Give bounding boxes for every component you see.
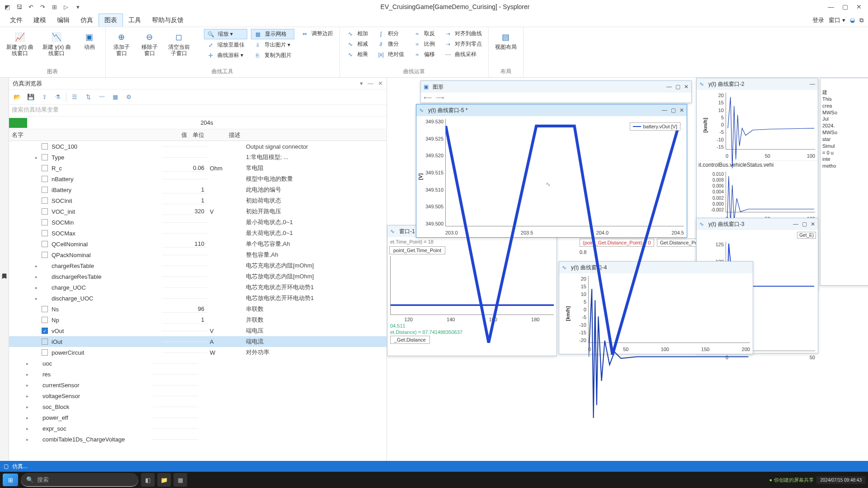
zoom-button[interactable]: 🔍缩放 ▾	[204, 29, 247, 39]
op-negate[interactable]: ≈取反	[410, 29, 438, 38]
save-icon[interactable]: 🖫	[14, 2, 24, 11]
play-icon[interactable]: ▷	[61, 2, 71, 11]
variable-row[interactable]: ▸currentSensor	[9, 380, 387, 390]
variable-row[interactable]: QCellNominal110单个电芯容量,Ah	[9, 239, 387, 249]
op-mul[interactable]: ∿相乘	[344, 50, 371, 59]
adjust-edge-button[interactable]: ⇔调整边距	[298, 29, 336, 38]
col-value[interactable]: 值	[145, 129, 190, 141]
plot-area[interactable]	[726, 93, 815, 150]
browser-close-icon[interactable]: ✕	[378, 80, 383, 87]
min-icon[interactable]: —	[662, 107, 667, 113]
maximize-icon[interactable]: ▢	[842, 3, 848, 10]
start-button[interactable]: ⊞	[3, 474, 18, 486]
op-align-zero[interactable]: ⇢对齐到零点	[441, 39, 485, 49]
explorer-icon[interactable]: 📁	[157, 473, 171, 487]
grid-icon[interactable]: ⊞	[50, 2, 59, 11]
variable-row[interactable]: iBattery1此电池的编号	[9, 184, 387, 195]
max-icon[interactable]: ▢	[675, 84, 680, 90]
play-dropdown-icon[interactable]: ▾	[73, 2, 82, 11]
variable-row[interactable]: iOutA端电流	[9, 336, 387, 347]
op-diff[interactable]: ∂微分	[374, 39, 407, 49]
new-yt-window-button[interactable]: 📈新建 y(t) 曲 线窗口	[4, 29, 36, 59]
variable-row[interactable]: SOC_100Output signal connector	[9, 141, 387, 152]
variable-row[interactable]: ▸Type1:常电阻模型; ...	[9, 152, 387, 163]
tool-open-icon[interactable]: 📂	[12, 92, 23, 103]
op-integral[interactable]: ∫积分	[374, 29, 407, 38]
variable-row[interactable]: ▸expr_soc	[9, 423, 387, 434]
sidebar-tab[interactable]: 仿真浏览器	[0, 78, 9, 461]
menu-edit[interactable]: 编辑	[52, 14, 75, 27]
clear-subwindow-button[interactable]: ◻清空当前 子窗口	[165, 29, 193, 59]
variable-row[interactable]: ▸res	[9, 369, 387, 380]
zoom-fit-button[interactable]: ⤢缩放至最佳	[204, 40, 247, 50]
variable-row[interactable]: Ns96串联数	[9, 304, 387, 314]
screencap-indicator[interactable]: ● 你创建的屏幕共享	[769, 477, 814, 483]
window-menu[interactable]: 窗口 ▾	[829, 16, 845, 24]
variable-row[interactable]: QPackNominal整包容量,Ah	[9, 249, 387, 260]
taskbar-clock[interactable]: 2024/07/15 09:48:43	[816, 476, 865, 484]
op-sample[interactable]: ⋯曲线采样	[441, 50, 485, 59]
max-icon[interactable]: ▢	[671, 107, 676, 113]
variable-row[interactable]: ▸discharge_UOC电芯放电状态开环电动势1	[9, 293, 387, 304]
window-graphic[interactable]: ▣图形—▢✕ ⟵ ⟶	[420, 80, 692, 103]
browser-min-icon[interactable]: —	[368, 80, 373, 87]
close-icon[interactable]: ✕	[811, 221, 815, 227]
menu-sim[interactable]: 仿真	[75, 14, 99, 27]
menu-model[interactable]: 建模	[28, 14, 52, 27]
animation-button[interactable]: ▣动画	[77, 29, 102, 52]
browser-search[interactable]: 搜索仿真结果变量	[9, 105, 387, 117]
new-yx-window-button[interactable]: 📉新建 y(x) 曲 线窗口	[40, 29, 74, 59]
variable-row[interactable]: powerCircuitW对外功率	[9, 347, 387, 358]
variable-row[interactable]: SOCInit1初始荷电状态	[9, 195, 387, 206]
menu-file[interactable]: 文件	[5, 14, 28, 27]
variable-row[interactable]: ▸uoc	[9, 358, 387, 369]
plot-area[interactable]	[726, 172, 815, 212]
op-offset[interactable]: ≈偏移	[410, 50, 438, 59]
login-link[interactable]: 登录	[812, 16, 824, 24]
max-icon[interactable]: ▢	[802, 221, 807, 227]
col-unit[interactable]: 单位	[190, 129, 226, 141]
op-abs[interactable]: |x|绝对值	[374, 50, 407, 59]
plot-area[interactable]: battery.vOut [V] ∿	[445, 119, 684, 226]
tool-settings-icon[interactable]: ⚙	[123, 92, 134, 103]
browser-menu-icon[interactable]: ▾	[360, 80, 363, 87]
close-icon[interactable]: ✕	[684, 84, 689, 90]
nav-back-icon[interactable]: ⟵	[424, 94, 432, 101]
variable-row[interactable]: ▸soc_Block	[9, 401, 387, 412]
tool-chart-icon[interactable]: 〰	[96, 92, 107, 103]
variable-row[interactable]: SOCMin最小荷电状态,0~1	[9, 217, 387, 228]
app-icon[interactable]: ▦	[174, 473, 187, 487]
menu-chart[interactable]: 图表	[99, 14, 123, 27]
variable-row[interactable]: ▸dischargeResTable电芯放电状态内阻[mOhm]	[9, 271, 387, 282]
variable-row[interactable]: ✓vOutV端电压	[9, 325, 387, 336]
nav-fwd-icon[interactable]: ⟶	[436, 94, 444, 101]
col-desc[interactable]: 描述	[226, 129, 387, 141]
menu-tools[interactable]: 工具	[123, 14, 146, 27]
remove-subwindow-button[interactable]: ⊖移除子 窗口	[137, 29, 162, 59]
copy-image-button[interactable]: ⎘复制为图片	[251, 51, 294, 60]
cursor-button[interactable]: ✛曲线游标 ▾	[204, 51, 247, 60]
tool-save-icon[interactable]: 💾	[25, 92, 36, 103]
view-layout-button[interactable]: ▤视图布局	[492, 29, 519, 52]
tool-filter-icon[interactable]: ⚗	[52, 92, 63, 103]
variable-row[interactable]: VOC_init320V初始开路电压	[9, 206, 387, 217]
variable-tree[interactable]: SOC_100Output signal connector▸Type1:常电阻…	[9, 141, 387, 461]
tool-export-icon[interactable]: ⇪	[39, 92, 50, 103]
close-icon[interactable]: ✕	[679, 107, 684, 113]
restore-icon[interactable]: ⧉	[859, 17, 863, 24]
min-icon[interactable]: —	[793, 221, 798, 227]
taskbar-search[interactable]: 🔍搜索	[21, 473, 138, 487]
menu-help[interactable]: 帮助与反馈	[146, 14, 189, 27]
min-icon[interactable]: —	[666, 84, 672, 90]
variable-row[interactable]: ▸power_eff	[9, 412, 387, 423]
op-align-curve[interactable]: ⇢对齐到曲线	[441, 29, 485, 38]
tool-tree-icon[interactable]: ☰	[69, 92, 80, 103]
variable-row[interactable]: Np1并联数	[9, 314, 387, 325]
taskview-icon[interactable]: ◧	[141, 473, 155, 487]
tool-sort-icon[interactable]: ⇅	[83, 92, 94, 103]
variable-row[interactable]: ▸chargeResTable电芯充电状态内阻[mOhm]	[9, 260, 387, 271]
undo-icon[interactable]: ↶	[26, 2, 35, 11]
close-icon[interactable]: ✕	[856, 3, 862, 10]
window-yt-5[interactable]: ∿y(t) 曲线窗口-5 *—▢✕ [V] 349.530349.525349.…	[416, 104, 687, 238]
variable-row[interactable]: ▸voltageSensor	[9, 390, 387, 401]
